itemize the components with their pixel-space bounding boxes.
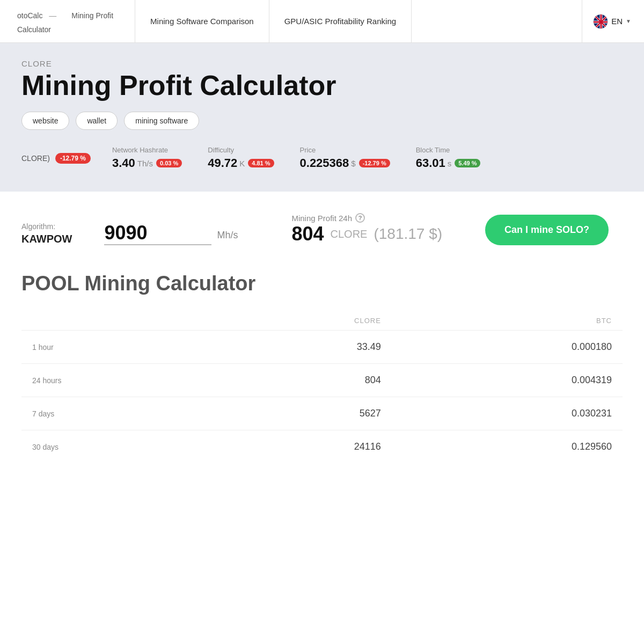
- difficulty-value: 49.72 K 4.81 %: [208, 156, 274, 170]
- profit-label: Mining Profit 24h ?: [291, 213, 442, 223]
- language-selector[interactable]: EN ▼: [582, 0, 631, 43]
- network-hashrate-unit: Th/s: [137, 159, 153, 168]
- table-header-row: CLORE BTC: [21, 311, 623, 331]
- table-row: 24 hours 804 0.004319: [21, 364, 623, 397]
- block-time-stat: Block Time 63.01 s 5.49 %: [416, 146, 481, 170]
- hashrate-unit: Mh/s: [217, 230, 238, 241]
- cell-clore: 5627: [211, 397, 392, 430]
- network-hashrate-label: Network Hashrate: [112, 146, 182, 154]
- network-hashrate-change: 0.03 %: [156, 159, 182, 167]
- hero-stats: CLORE) -12.79 % Network Hashrate 3.40 Th…: [21, 146, 623, 170]
- logo-separator: —: [47, 11, 58, 20]
- table-row: 7 days 5627 0.030231: [21, 397, 623, 430]
- block-time-label: Block Time: [416, 146, 481, 154]
- coin-label: CLORE): [21, 154, 50, 163]
- coin-main-stat: CLORE) -12.79 %: [21, 153, 91, 164]
- profit-value-row: 804 CLORE (181.17 $): [291, 223, 442, 245]
- profit-info: Mining Profit 24h ? 804 CLORE (181.17 $): [291, 213, 442, 245]
- lang-text: EN: [611, 17, 623, 26]
- logo: otoCalc — Mining ProfitCalculator: [13, 8, 113, 35]
- pool-table: CLORE BTC 1 hour 33.49 0.000180 24 hours…: [21, 311, 623, 463]
- cell-clore: 33.49: [211, 331, 392, 364]
- table-row: 30 days 24116 0.129560: [21, 430, 623, 464]
- calculator-section: Algorithm: KAWPOW Mh/s Mining Profit 24h…: [0, 192, 644, 256]
- col-clore: CLORE: [211, 311, 392, 331]
- hero-links: website wallet mining software: [21, 112, 623, 130]
- network-hashrate-stat: Network Hashrate 3.40 Th/s 0.03 %: [112, 146, 182, 170]
- pool-section: POOL Mining Calculator CLORE BTC 1 hour …: [0, 256, 644, 485]
- cell-period: 1 hour: [21, 331, 211, 364]
- nav-mining-software[interactable]: Mining Software Comparison: [135, 0, 269, 43]
- col-btc: BTC: [392, 311, 623, 331]
- header: otoCalc — Mining ProfitCalculator Mining…: [0, 0, 644, 43]
- pool-title: POOL Mining Calculator: [21, 272, 623, 295]
- main-nav: Mining Software Comparison GPU/ASIC Prof…: [135, 0, 412, 43]
- cell-period: 7 days: [21, 397, 211, 430]
- block-time-change: 5.49 %: [455, 159, 480, 167]
- cell-btc: 0.129560: [392, 430, 623, 464]
- price-change: -12.79 %: [359, 159, 390, 167]
- algo-label: Algorithm:: [21, 222, 72, 231]
- cell-period: 30 days: [21, 430, 211, 464]
- profit-coin: CLORE: [331, 228, 368, 240]
- difficulty-change: 4.81 %: [248, 159, 274, 167]
- hashrate-input-wrap: Mh/s: [104, 222, 238, 245]
- help-icon[interactable]: ?: [355, 213, 365, 223]
- profit-amount: 804: [291, 223, 324, 245]
- price-stat: Price 0.225368 $ -12.79 %: [300, 146, 390, 170]
- hero-section: CLORE Mining Profit Calculator website w…: [0, 43, 644, 192]
- cell-btc: 0.004319: [392, 364, 623, 397]
- coin-change-badge: -12.79 %: [55, 153, 91, 164]
- network-hashrate-value: 3.40 Th/s 0.03 %: [112, 156, 182, 170]
- algo-row: Algorithm: KAWPOW Mh/s Mining Profit 24h…: [21, 213, 623, 245]
- cell-period: 24 hours: [21, 364, 211, 397]
- page-title: Mining Profit Calculator: [21, 70, 623, 101]
- block-time-unit: s: [448, 159, 452, 168]
- difficulty-stat: Difficulty 49.72 K 4.81 %: [208, 146, 274, 170]
- price-value: 0.225368 $ -12.79 %: [300, 156, 390, 170]
- col-period: [21, 311, 211, 331]
- cell-btc: 0.030231: [392, 397, 623, 430]
- chevron-down-icon: ▼: [626, 18, 631, 24]
- cell-clore: 804: [211, 364, 392, 397]
- table-row: 1 hour 33.49 0.000180: [21, 331, 623, 364]
- profit-usd: (181.17 $): [374, 225, 442, 243]
- price-unit: $: [351, 159, 355, 168]
- logo-text: otoCalc: [17, 11, 42, 20]
- nav-gpu-ranking[interactable]: GPU/ASIC Profitability Ranking: [269, 0, 412, 43]
- difficulty-label: Difficulty: [208, 146, 274, 154]
- cell-btc: 0.000180: [392, 331, 623, 364]
- solo-mine-button[interactable]: Can I mine SOLO?: [485, 215, 609, 245]
- hero-coin-tag: CLORE: [21, 59, 623, 68]
- hashrate-input[interactable]: [104, 222, 211, 245]
- algo-info: Algorithm: KAWPOW: [21, 222, 72, 245]
- price-label: Price: [300, 146, 390, 154]
- cell-clore: 24116: [211, 430, 392, 464]
- mining-software-button[interactable]: mining software: [124, 112, 199, 130]
- algo-value: KAWPOW: [21, 233, 72, 245]
- wallet-button[interactable]: wallet: [76, 112, 118, 130]
- difficulty-unit: K: [239, 159, 245, 168]
- website-button[interactable]: website: [21, 112, 69, 130]
- flag-icon: [593, 14, 608, 29]
- block-time-value: 63.01 s 5.49 %: [416, 156, 481, 170]
